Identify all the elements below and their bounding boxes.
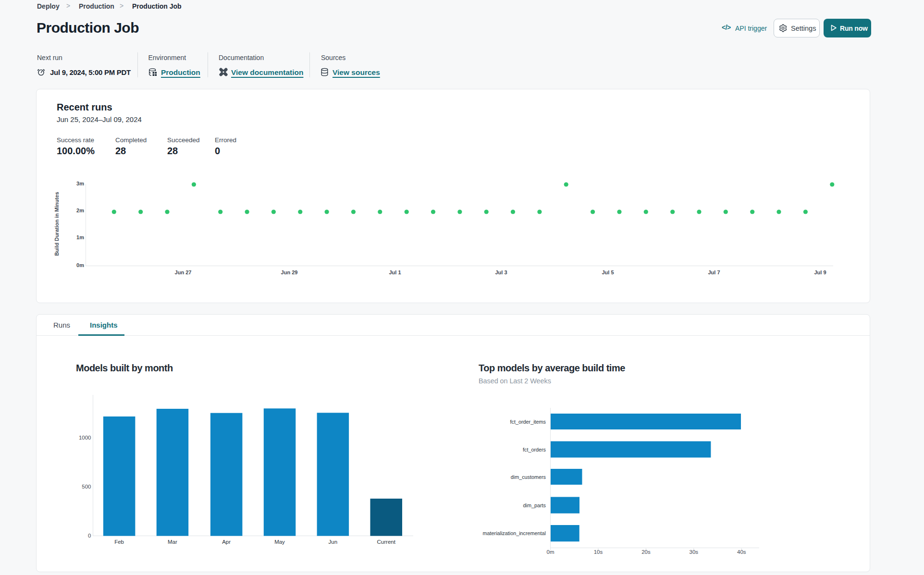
- svg-text:0: 0: [88, 533, 91, 538]
- svg-text:Jul 9: Jul 9: [814, 269, 826, 275]
- svg-text:0m: 0m: [76, 262, 84, 268]
- svg-text:10s: 10s: [594, 549, 603, 555]
- svg-text:30s: 30s: [690, 549, 699, 555]
- svg-text:1000: 1000: [79, 435, 91, 440]
- svg-text:0m: 0m: [547, 549, 554, 555]
- svg-text:Build Duration in Minutes: Build Duration in Minutes: [54, 192, 60, 256]
- svg-text:materialization_incremental: materialization_incremental: [483, 530, 546, 536]
- svg-text:Jun: Jun: [329, 539, 338, 545]
- svg-text:dim_customers: dim_customers: [511, 474, 546, 480]
- svg-text:fct_order_items: fct_order_items: [510, 419, 546, 425]
- svg-text:May: May: [274, 539, 285, 545]
- svg-text:1m: 1m: [76, 234, 84, 240]
- svg-text:3m: 3m: [76, 181, 84, 186]
- svg-text:Jun 27: Jun 27: [175, 269, 192, 275]
- svg-text:fct_orders: fct_orders: [523, 447, 546, 453]
- svg-text:Jul 3: Jul 3: [495, 269, 507, 275]
- svg-text:500: 500: [82, 484, 91, 489]
- svg-text:Current: Current: [377, 539, 396, 545]
- svg-text:Jun 29: Jun 29: [281, 269, 298, 275]
- svg-text:40s: 40s: [737, 549, 746, 555]
- svg-text:Feb: Feb: [114, 539, 124, 545]
- svg-text:2m: 2m: [76, 208, 84, 213]
- svg-text:Jul 1: Jul 1: [389, 269, 401, 275]
- svg-text:Apr: Apr: [222, 539, 231, 545]
- svg-text:20s: 20s: [641, 549, 651, 555]
- svg-text:dim_parts: dim_parts: [523, 502, 546, 508]
- svg-text:Jul 7: Jul 7: [708, 269, 720, 275]
- svg-text:Mar: Mar: [168, 539, 177, 545]
- svg-text:Jul 5: Jul 5: [602, 269, 614, 275]
